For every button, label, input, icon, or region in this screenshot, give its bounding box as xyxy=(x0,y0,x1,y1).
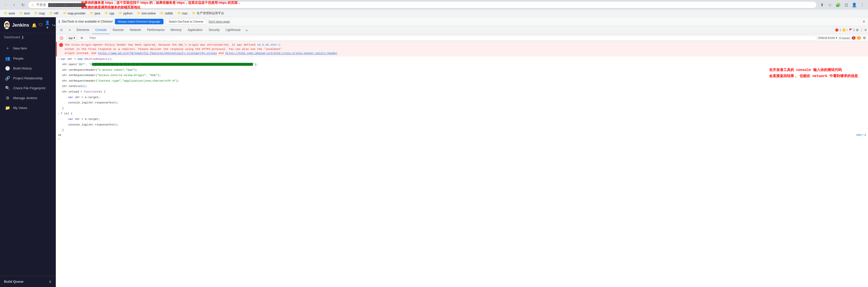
console-filter-input[interactable] xyxy=(87,35,816,40)
devtools-more-button[interactable]: ⋮ xyxy=(860,28,863,32)
bookmark-hr[interactable]: 📁 HR xyxy=(48,11,60,16)
tab-application[interactable]: Application xyxy=(185,26,206,34)
tab-security[interactable]: Security xyxy=(206,26,223,34)
reload-button[interactable]: ↻ xyxy=(19,1,26,8)
bookmark-button[interactable]: ☆ xyxy=(827,1,834,8)
expand-arrow-icon-3: › xyxy=(58,138,60,141)
context-selector[interactable]: top ▾ xyxy=(67,35,77,40)
error-link-2[interactable]: https://html.spec.whatwg.org/#the-cross-… xyxy=(225,52,337,55)
bookmark-work[interactable]: 📁 work xyxy=(2,11,17,16)
back-button[interactable]: ‹ xyxy=(2,1,9,8)
match-language-button[interactable]: Always match Chrome's language xyxy=(115,19,163,24)
ok-text: ok xyxy=(58,134,61,137)
tab-lighthouse[interactable]: Lighthouse xyxy=(223,26,244,34)
more-tabs-button[interactable]: » xyxy=(244,27,250,33)
build-queue-toggle-button[interactable]: ∨ xyxy=(49,279,52,284)
tab-elements[interactable]: Elements xyxy=(73,26,92,34)
bookmark-map[interactable]: 📁 map xyxy=(32,11,47,16)
chrome-browser: ‹ › ↻ ⚠ 不安全 ████████████████ 如果你的服务是 htt… xyxy=(0,0,868,17)
context-label: top xyxy=(69,36,72,39)
clear-console-button[interactable]: 🚫 xyxy=(58,36,65,40)
tab-network[interactable]: Network xyxy=(127,26,144,34)
devtools-settings-button[interactable]: ⚙ xyxy=(856,28,859,32)
tab-sources-toggle[interactable]: ≡ xyxy=(66,26,73,34)
menu-item-build-history[interactable]: 🕐 Build History xyxy=(0,63,56,73)
forward-button[interactable]: › xyxy=(11,1,18,8)
error-link-1[interactable]: https://www.w3.org/TR/powerful-features/… xyxy=(98,52,217,55)
notification-bell-button[interactable]: 🔔 xyxy=(32,23,37,28)
tab-console[interactable]: Console xyxy=(92,26,110,34)
folder-icon: 📁 xyxy=(63,12,67,15)
bookmark-java[interactable]: 📁 java xyxy=(88,11,102,16)
menu-item-project-relationship[interactable]: 🔗 Project Relationship xyxy=(0,73,56,83)
menu-item-label: Project Relationship xyxy=(13,76,42,80)
error-message-line1: The Cross-Origin-Opener-Policy header ha… xyxy=(65,43,255,46)
user-menu-button[interactable]: 👤▾ xyxy=(45,20,50,30)
bookmark-label: work xyxy=(9,12,15,15)
code-expand-row[interactable]: › var xhr = new XMLHttpRequest(); xyxy=(56,57,868,62)
levels-label: Default levels ▾ xyxy=(818,36,837,39)
logout-button[interactable]: ↪ xyxy=(52,23,55,28)
bookmark-tool-online[interactable]: 📁 tool-online xyxy=(135,11,158,16)
error-and: and xyxy=(219,52,224,55)
menu-button[interactable]: ⋮ xyxy=(859,1,866,8)
console-settings-button[interactable]: ⚙ xyxy=(863,36,866,40)
expand-row-3[interactable]: › xyxy=(56,137,868,141)
security-label: 不安全 xyxy=(36,3,46,7)
bookmark-map-provider[interactable]: 📁 map-provider xyxy=(61,11,88,16)
dont-show-again-link[interactable]: Don't show again xyxy=(209,20,230,23)
address-bar[interactable]: ⚠ 不安全 ████████████████ xyxy=(28,1,817,8)
devtools-close-button[interactable]: ✕ xyxy=(864,28,867,32)
vm-ref: VM87:9 xyxy=(856,134,866,137)
minimize-button[interactable]: ⊡ xyxy=(843,1,850,8)
bookmark-tech[interactable]: 📁 tech xyxy=(18,11,32,16)
menu-item-label: Manage Jenkins xyxy=(13,96,37,100)
bookmark-python[interactable]: 📁 python xyxy=(117,11,134,16)
jenkins-header: 🤵 Jenkins 🔔 🛡 👤▾ ↪ xyxy=(0,17,56,33)
share-button[interactable]: ⬆ xyxy=(818,1,826,8)
profile-button[interactable]: 👤 xyxy=(851,1,858,8)
security-button[interactable]: 🛡 xyxy=(39,23,43,27)
url-text: ████████████████ xyxy=(48,3,86,7)
menu-item-manage-jenkins[interactable]: ⚙ Manage Jenkins xyxy=(0,93,56,103)
folder-icon: 📁 xyxy=(50,12,53,15)
code-line-3: xhr.setRequestHeader("x-access-token","a… xyxy=(56,67,868,73)
menu-item-people[interactable]: 👥 People xyxy=(0,54,56,63)
code-expand-row-2[interactable]: ‹ f (e) { xyxy=(56,111,868,117)
folder-icon: 📁 xyxy=(137,12,141,15)
error-icon: 🔴 xyxy=(59,43,63,56)
people-icon: 👥 xyxy=(5,56,10,61)
bookmark-mac[interactable]: 📁 mac xyxy=(176,11,190,16)
menu-item-my-views[interactable]: 📁 My Views xyxy=(0,103,56,113)
menu-item-new-item[interactable]: ＋ New Item xyxy=(0,43,56,54)
error-ip-link[interactable]: 10.9.60.234/:1 xyxy=(257,43,280,46)
menu-item-fingerprint[interactable]: 🔍 Check File Fingerprint xyxy=(0,83,56,93)
extensions-button[interactable]: 🧩 xyxy=(835,1,842,8)
bookmark-cpp[interactable]: 📁 cpp xyxy=(103,11,116,16)
code-line-12: var xhr = e.target; xyxy=(56,117,868,122)
devtools-panel: ℹ DevTools is now available in Chinese! … xyxy=(56,17,868,287)
bookmark-label: map-provider xyxy=(68,12,86,15)
devtools-notification-bar: ℹ DevTools is now available in Chinese! … xyxy=(56,17,868,26)
build-queue-label: Build Queue xyxy=(4,280,24,283)
breadcrumb-home[interactable]: Dashboard xyxy=(4,35,20,39)
bookmark-celldb[interactable]: 📁 celldb xyxy=(158,11,175,16)
expand-arrow-icon-2: ‹ xyxy=(58,112,60,115)
code-line-5: xhr.setRequestHeader("Content-type","app… xyxy=(56,78,868,84)
log-levels-dropdown[interactable]: Default levels ▾ xyxy=(818,36,837,39)
tab-inspector[interactable]: ⊡ xyxy=(57,26,66,34)
notification-text: DevTools is now available in Chinese! xyxy=(62,20,113,23)
menu-item-label: Build History xyxy=(13,66,32,70)
eye-filter-button[interactable]: 👁 xyxy=(79,36,85,40)
error-text: The Cross-Origin-Opener-Policy header ha… xyxy=(65,43,866,56)
code-line-4: xhr.setRequestHeader("Access-Control-All… xyxy=(56,73,868,78)
jenkins-sidebar: 🤵 Jenkins 🔔 🛡 👤▾ ↪ Dashboard ❯ ＋ New Ite… xyxy=(0,17,56,287)
tab-performance[interactable]: Performance xyxy=(144,26,167,34)
tab-sources[interactable]: Sources xyxy=(110,26,127,34)
info-icon: ℹ xyxy=(59,20,60,24)
switch-devtools-button[interactable]: Switch DevTools to Chinese xyxy=(165,19,207,24)
notification-close-button[interactable]: ✕ xyxy=(862,20,865,24)
bookmark-prod-platform[interactable]: 📁 生产管理和运营平台 xyxy=(190,10,226,16)
tab-memory[interactable]: Memory xyxy=(167,26,185,34)
code-line-6: xhr.send(null); xyxy=(56,84,868,89)
